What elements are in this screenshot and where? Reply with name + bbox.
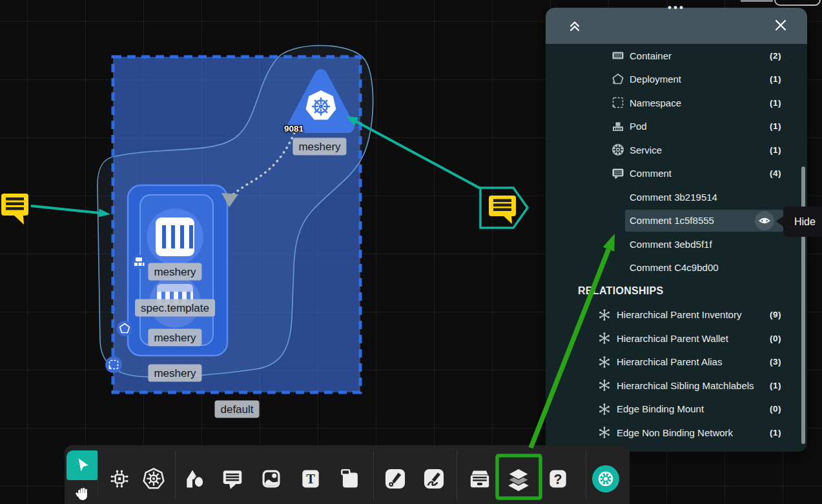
kubernetes-icon <box>141 466 167 492</box>
toolbar-divider <box>373 450 374 499</box>
relationship-row[interactable]: Hierarchical Parent Inventory (9) <box>546 303 807 327</box>
select-tool-button[interactable] <box>67 450 98 480</box>
note-tool-button[interactable] <box>336 465 364 493</box>
component-label: Namespace <box>630 97 681 108</box>
layers-tool-button[interactable] <box>504 465 533 493</box>
edge-right-comment[interactable] <box>346 116 480 188</box>
component-tool-button[interactable] <box>105 465 134 493</box>
pencil-tool-button[interactable] <box>420 465 448 493</box>
container-node-1[interactable] <box>147 208 203 265</box>
hide-tooltip: Hide <box>783 207 822 237</box>
pod-icon <box>610 119 626 134</box>
elements-panel: Container (2) Deployment (1) Namespace (… <box>546 8 807 452</box>
component-label: Service <box>630 145 662 156</box>
pen-tool-button[interactable] <box>381 465 409 493</box>
comment-icon <box>220 467 245 491</box>
pod-badge <box>132 255 146 269</box>
component-row-deployment[interactable]: Deployment (1) <box>546 68 807 92</box>
svg-text:T: T <box>306 472 315 486</box>
panel-body: Container (2) Deployment (1) Namespace (… <box>546 44 807 452</box>
comment-node-left[interactable] <box>1 194 28 225</box>
kubernetes-tool-button[interactable] <box>139 465 168 493</box>
shapes-tool-button[interactable] <box>181 465 209 493</box>
relationships-section-title: RELATIONSHIPS <box>546 279 807 303</box>
meshery-design-canvas: 9081 meshery meshery spec.template meshe… <box>0 0 822 504</box>
relationship-row[interactable]: Hierarchical Sibling Matchlabels (1) <box>546 374 807 398</box>
component-label: Pod <box>630 121 647 132</box>
component-row-service[interactable]: Service (1) <box>546 138 807 162</box>
drawer-icon <box>467 466 493 492</box>
pencil-icon <box>422 467 446 491</box>
hand-icon <box>74 484 92 502</box>
image-icon <box>259 467 283 491</box>
image-tool-button[interactable] <box>257 465 285 493</box>
deployment-name-label: meshery <box>148 365 201 382</box>
relationship-icon <box>597 331 611 345</box>
help-tool-button[interactable]: ? <box>544 465 572 493</box>
component-label: Comment <box>630 168 672 179</box>
cursor-icon <box>73 456 92 475</box>
meshery-wheel-icon <box>596 469 615 489</box>
toolbar-divider <box>457 450 457 499</box>
help-icon: ? <box>546 467 570 491</box>
relationship-icon <box>597 425 611 439</box>
text-tool-button[interactable]: T <box>296 465 325 493</box>
note-icon <box>338 467 362 491</box>
component-row-comment[interactable]: Comment (4) <box>546 162 807 186</box>
service-port-label: 9081 <box>284 124 303 134</box>
component-row-pod[interactable]: Pod (1) <box>546 115 807 139</box>
toolbar-divider <box>175 450 176 499</box>
pan-tool-button[interactable] <box>68 483 97 503</box>
close-panel-button[interactable] <box>774 18 788 32</box>
component-count: (1) <box>770 145 781 155</box>
component-count: (4) <box>770 168 781 178</box>
bottom-toolbar: T <box>65 445 630 504</box>
svg-text:?: ? <box>553 472 562 487</box>
component-chip-icon <box>107 467 132 491</box>
comment-tool-button[interactable] <box>218 465 247 493</box>
comment-list-item-highlighted[interactable]: Comment 1c5f8555 <box>546 209 807 233</box>
comment-node-right[interactable] <box>489 196 516 224</box>
container-icon <box>610 48 626 63</box>
namespace-badge <box>105 356 122 373</box>
text-icon: T <box>298 467 323 491</box>
comment-list-item[interactable]: Comment 3b219514 <box>546 185 807 209</box>
component-row-namespace[interactable]: Namespace (1) <box>546 91 807 115</box>
spec-template-label: spec.template <box>135 299 215 317</box>
shapes-icon <box>183 467 207 491</box>
container-name-label: meshery <box>148 263 201 281</box>
component-label: Deployment <box>630 74 681 85</box>
pen-icon <box>383 467 407 491</box>
service-icon <box>610 142 626 157</box>
component-count: (1) <box>770 121 781 131</box>
service-name-label: meshery <box>293 138 346 156</box>
drawer-tool-button[interactable] <box>466 465 494 493</box>
relationship-row[interactable]: Edge Binding Mount (0) <box>546 398 807 421</box>
meshery-logo-button[interactable] <box>592 465 619 492</box>
relationship-icon <box>597 308 611 322</box>
comment-icon <box>610 166 626 181</box>
tooltip-caret <box>776 216 783 227</box>
relationship-row[interactable]: Edge Non Binding Network (1) <box>546 421 807 445</box>
toolbar-divider <box>586 450 586 499</box>
deployment-badge <box>117 321 132 336</box>
toggle-visibility-eye-button[interactable] <box>755 211 774 230</box>
relationship-row[interactable]: Hierarchical Parent Alias (3) <box>546 350 807 374</box>
layers-icon <box>505 465 532 492</box>
pod-name-label: meshery <box>148 329 201 347</box>
relationship-row[interactable]: Hierarchical Parent Wallet (0) <box>546 327 807 350</box>
namespace-icon <box>610 95 626 110</box>
relationship-icon <box>597 378 611 392</box>
deployment-icon <box>610 72 626 87</box>
relationship-icon <box>597 355 611 369</box>
panel-drag-handle[interactable]: ••• <box>668 1 685 14</box>
comment-list-item[interactable]: Comment 3ebd5f1f <box>546 232 807 256</box>
comment-list-item[interactable]: Comment C4c9bd00 <box>546 256 807 280</box>
component-row-container[interactable]: Container (2) <box>546 44 807 68</box>
component-count: (1) <box>770 98 781 108</box>
collapse-panel-button[interactable] <box>566 17 583 34</box>
component-count: (1) <box>770 74 781 84</box>
namespace-name-label: default <box>214 401 259 418</box>
component-count: (2) <box>770 51 781 61</box>
clipped-node-top-right <box>741 0 820 5</box>
